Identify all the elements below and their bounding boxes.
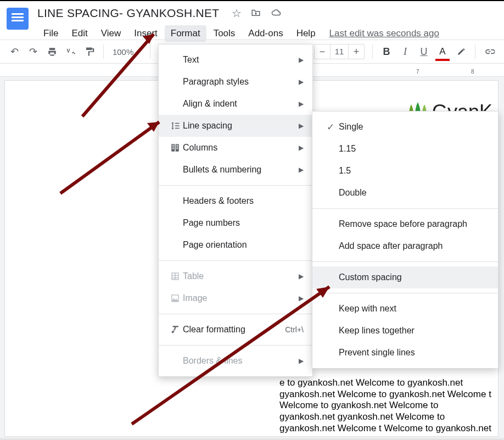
font-size-value[interactable]: 11: [330, 44, 349, 59]
spacing-remove-before[interactable]: Remove space before paragraph: [312, 213, 498, 235]
menu-view[interactable]: View: [95, 25, 127, 42]
format-page-orientation[interactable]: Page orientation: [159, 234, 312, 256]
menu-bar: File Edit View Insert Format Tools Add-o…: [36, 25, 497, 42]
menu-addons[interactable]: Add-ons: [242, 25, 289, 42]
image-icon: [167, 293, 183, 303]
format-table: Table▶: [159, 265, 312, 287]
font-size-increase[interactable]: +: [349, 46, 364, 58]
menu-tools[interactable]: Tools: [208, 25, 242, 42]
menu-help[interactable]: Help: [290, 25, 322, 42]
font-size-control: − 11 +: [314, 44, 365, 59]
menu-edit[interactable]: Edit: [65, 25, 93, 42]
docs-logo-icon[interactable]: [7, 8, 29, 30]
clear-format-icon: [167, 325, 183, 335]
check-icon: ✓: [322, 121, 339, 133]
spacing-keep-together[interactable]: Keep lines together: [312, 320, 498, 342]
ruler-tick: 8: [471, 69, 474, 75]
spacing-custom[interactable]: Custom spacing: [312, 266, 498, 288]
document-title[interactable]: LINE SPACING- GYANKOSH.NET: [36, 4, 220, 22]
spacing-add-after[interactable]: Add space after paragraph: [312, 235, 498, 257]
move-icon[interactable]: [250, 8, 261, 19]
undo-button[interactable]: ↶: [7, 43, 23, 60]
last-edit-link[interactable]: Last edit was seconds ago: [329, 25, 439, 42]
format-bullets-numbering[interactable]: Bullets & numbering▶: [159, 159, 312, 181]
font-size-decrease[interactable]: −: [315, 46, 330, 58]
format-paragraph-styles[interactable]: Paragraph styles▶: [159, 71, 312, 93]
zoom-value: 100%: [113, 47, 133, 57]
spacing-115[interactable]: 1.15: [312, 138, 498, 160]
spacing-keep-next[interactable]: Keep with next: [312, 298, 498, 320]
text-color-button[interactable]: A: [434, 43, 451, 60]
zoom-selector[interactable]: 100% ▼: [109, 47, 144, 57]
menu-insert[interactable]: Insert: [128, 25, 164, 42]
format-headers-footers[interactable]: Headers & footers: [159, 190, 312, 212]
paint-format-button[interactable]: [81, 43, 98, 60]
cloud-status-icon[interactable]: [270, 8, 282, 19]
format-align-indent[interactable]: Align & indent▶: [159, 93, 312, 115]
format-columns[interactable]: Columns▶: [159, 137, 312, 159]
columns-icon: [167, 143, 183, 153]
bold-button[interactable]: B: [378, 43, 395, 60]
menu-file[interactable]: File: [37, 25, 64, 42]
format-line-spacing[interactable]: Line spacing▶: [159, 115, 312, 137]
spellcheck-button[interactable]: [63, 43, 79, 60]
format-borders-lines: Borders & lines▶: [159, 350, 312, 372]
spacing-prevent-single[interactable]: Prevent single lines: [312, 342, 498, 364]
line-spacing-submenu: ✓ Single 1.15 1.5 Double Remove space be…: [312, 111, 499, 369]
insert-link-button[interactable]: [481, 43, 497, 60]
highlight-button[interactable]: [453, 43, 469, 60]
menu-format[interactable]: Format: [165, 25, 206, 42]
spacing-single[interactable]: ✓ Single: [312, 116, 498, 138]
format-image: Image▶: [159, 287, 312, 309]
ruler-tick: 7: [416, 69, 419, 75]
format-menu: Text▶ Paragraph styles▶ Align & indent▶ …: [158, 44, 313, 377]
document-body-text: e to gyankosh.net Welcome to gyankosh.ne…: [279, 377, 492, 437]
format-clear-formatting[interactable]: Clear formatting Ctrl+\: [159, 319, 312, 341]
format-page-numbers[interactable]: Page numbers: [159, 212, 312, 234]
print-button[interactable]: [44, 43, 60, 60]
spacing-15[interactable]: 1.5: [312, 160, 498, 182]
spacing-double[interactable]: Double: [312, 182, 498, 204]
underline-button[interactable]: U: [416, 43, 432, 60]
bottom-border: [0, 437, 504, 440]
redo-button[interactable]: ↷: [25, 43, 42, 60]
app-header: LINE SPACING- GYANKOSH.NET ☆ File Edit V…: [0, 1, 504, 40]
title-area: LINE SPACING- GYANKOSH.NET ☆ File Edit V…: [36, 4, 497, 42]
format-text[interactable]: Text▶: [159, 49, 312, 71]
line-spacing-icon: [167, 121, 183, 131]
star-icon[interactable]: ☆: [232, 8, 242, 19]
italic-button[interactable]: I: [397, 43, 413, 60]
table-icon: [167, 271, 183, 281]
